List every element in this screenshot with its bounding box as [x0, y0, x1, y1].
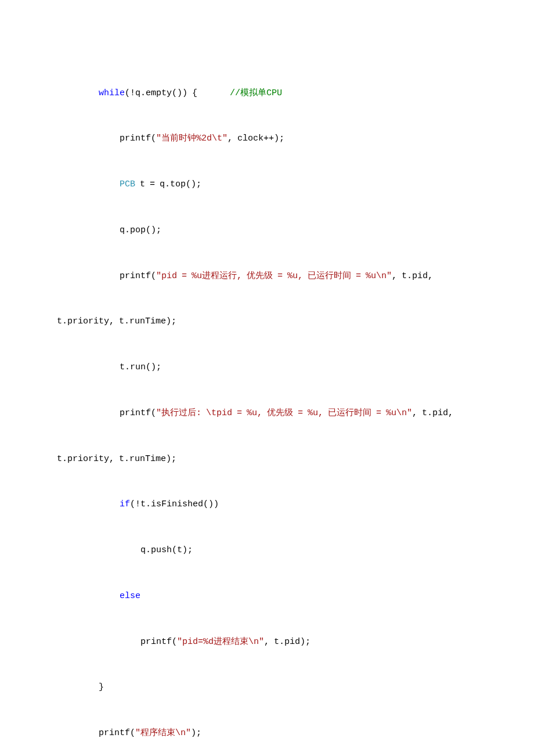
string-literal: "执行过后: \tpid = %u, 优先级 = %u, 已运行时间 = %u\… — [156, 408, 412, 418]
code-text: (!t.isFinished()) — [130, 499, 219, 509]
comment: //模拟单CPU — [230, 88, 282, 98]
code-text: , t.pid, — [412, 408, 458, 418]
code-line: printf("执行过后: \tpid = %u, 优先级 = %u, 已运行时… — [57, 406, 477, 421]
code-line: if(!t.isFinished()) — [57, 497, 477, 512]
code-text: ); — [191, 728, 201, 738]
string-literal: "程序结束\n" — [135, 728, 191, 738]
string-literal: "pid=%d进程结束\n" — [177, 637, 264, 647]
type-name: PCB — [120, 179, 135, 189]
code-text: printf( — [120, 408, 156, 418]
code-line: printf("pid = %u进程运行, 优先级 = %u, 已运行时间 = … — [57, 269, 477, 284]
code-text: (!q.empty()) { — [125, 88, 230, 98]
code-line: printf("程序结束\n"); — [57, 726, 477, 741]
code-text: printf( — [140, 637, 177, 647]
code-text: , t.pid); — [264, 637, 311, 647]
code-text: , clock++); — [228, 134, 284, 143]
code-line: printf("pid=%d进程结束\n", t.pid); — [57, 635, 477, 650]
code-line: } — [57, 680, 477, 695]
code-line: else — [57, 589, 477, 604]
code-line: t.priority, t.runTime); — [57, 452, 477, 467]
code-text: printf( — [120, 271, 156, 281]
code-line: PCB t = q.top(); — [57, 177, 477, 192]
document-page: while(!q.empty()) { //模拟单CPU printf("当前时… — [0, 0, 534, 756]
code-line: q.push(t); — [57, 543, 477, 558]
code-line: printf("当前时钟%2d\t", clock++); — [57, 131, 477, 146]
code-text: t = q.top(); — [135, 179, 201, 189]
keyword: while — [99, 88, 125, 98]
code-line: t.priority, t.runTime); — [57, 314, 477, 329]
code-block: while(!q.empty()) { //模拟单CPU printf("当前时… — [57, 55, 477, 756]
string-literal: "当前时钟%2d\t" — [156, 134, 228, 143]
code-line: while(!q.empty()) { //模拟单CPU — [57, 86, 477, 101]
code-text: printf( — [120, 134, 156, 143]
code-text: printf( — [99, 728, 135, 738]
code-line: t.run(); — [57, 360, 477, 375]
code-line: q.pop(); — [57, 223, 477, 238]
keyword: if — [120, 499, 130, 509]
string-literal: "pid = %u进程运行, 优先级 = %u, 已运行时间 = %u\n" — [156, 271, 392, 281]
code-text: , t.pid, — [392, 271, 438, 281]
